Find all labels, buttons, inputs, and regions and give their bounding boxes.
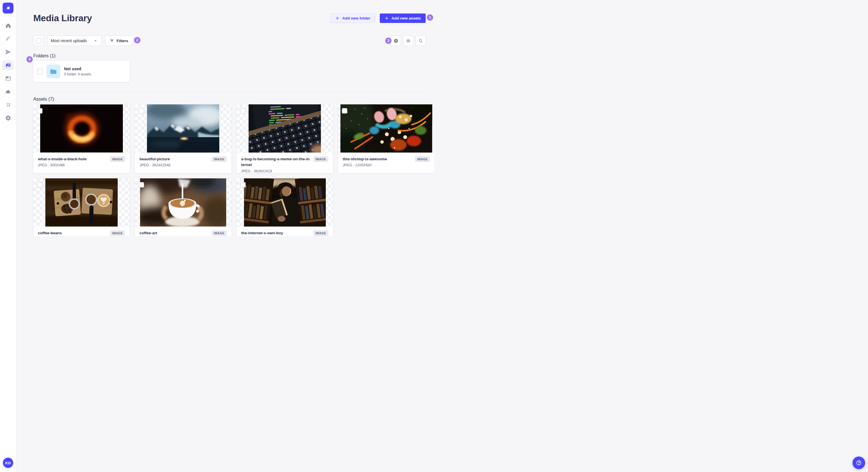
- select-all-button[interactable]: [33, 36, 43, 46]
- asset-title: the-internet-s-own-boy: [241, 230, 310, 236]
- asset-type-badge: IMAGE: [313, 156, 329, 162]
- asset-checkbox[interactable]: [240, 108, 246, 113]
- asset-card-coffee-beans[interactable]: coffee-beans JPEG - 5021X3347 IMAGE: [33, 178, 130, 236]
- asset-thumbnail: [33, 178, 130, 227]
- asset-type-badge: IMAGE: [110, 156, 125, 162]
- asset-type-badge: IMAGE: [313, 230, 329, 236]
- asset-thumbnail: [33, 104, 130, 153]
- annotation-badge-2: 2: [134, 37, 141, 43]
- asset-checkbox[interactable]: [240, 182, 246, 188]
- cart-icon: [5, 102, 11, 108]
- asset-type-badge: IMAGE: [212, 230, 227, 236]
- add-new-assets-button[interactable]: Add new assets: [380, 13, 426, 23]
- asset-title: this-shrimp-is-awesome: [343, 156, 412, 162]
- sort-select-value: Most recent uploads: [51, 38, 87, 43]
- filters-button[interactable]: Filters: [105, 36, 133, 46]
- laptop-code-image: [249, 104, 321, 153]
- logo-container: [0, 0, 16, 16]
- add-new-folder-button[interactable]: Add new folder: [330, 13, 375, 23]
- sidebar-item-content-manager[interactable]: [2, 34, 14, 44]
- folder-card[interactable]: Not used 0 folder, 4 assets: [33, 61, 130, 82]
- asset-card-black-hole[interactable]: what-s-inside-a-black-hole JPEG - 800X46…: [33, 104, 130, 173]
- plus-icon: [335, 16, 340, 20]
- asset-checkbox[interactable]: [342, 108, 347, 113]
- search-button[interactable]: [415, 36, 426, 46]
- asset-checkbox[interactable]: [138, 108, 144, 113]
- view-controls: [391, 36, 426, 46]
- asset-info: coffee-beans JPEG - 5021X3347 IMAGE: [33, 227, 130, 236]
- list-view-button[interactable]: [403, 36, 413, 46]
- annotation-badge-4: 4: [26, 56, 33, 63]
- asset-checkbox[interactable]: [37, 182, 42, 188]
- folder-checkbox[interactable]: [37, 69, 43, 74]
- asset-thumbnail: [135, 104, 231, 153]
- asset-type-badge: IMAGE: [415, 156, 430, 162]
- toolbar: Most recent uploads Filters: [33, 36, 426, 46]
- sidebar: KD: [0, 0, 17, 236]
- asset-type-badge: IMAGE: [110, 230, 125, 236]
- asset-thumbnail: [237, 104, 333, 153]
- layout-icon: [5, 75, 11, 81]
- sidebar-item-marketplace[interactable]: [2, 100, 14, 110]
- folder-texts: Not used 0 folder, 4 assets: [64, 67, 91, 76]
- sidebar-item-settings[interactable]: [2, 113, 14, 123]
- sort-select[interactable]: Most recent uploads: [47, 36, 102, 46]
- assets-grid-row-1: what-s-inside-a-black-hole JPEG - 800X46…: [33, 104, 426, 173]
- mantis-shrimp-image: [340, 104, 432, 153]
- media-library-icon: [5, 62, 11, 68]
- coffee-beans-image: [45, 178, 118, 227]
- settings-icon: [394, 38, 398, 43]
- asset-checkbox[interactable]: [37, 108, 42, 113]
- asset-thumbnail: [338, 104, 434, 153]
- asset-thumbnail: [135, 178, 231, 227]
- section-divider: [33, 91, 426, 92]
- grid-settings-button[interactable]: [391, 36, 401, 46]
- paper-plane-icon: [5, 49, 11, 55]
- strapi-logo[interactable]: [3, 3, 13, 13]
- search-icon: [418, 38, 423, 43]
- asset-card-coffee-art[interactable]: coffee-art JPEG - 5824X3259 IMAGE: [135, 178, 231, 236]
- sidebar-nav: [2, 20, 14, 123]
- asset-card-bug-meme[interactable]: a-bug-is-becoming-a-meme-on-the-internet…: [237, 104, 333, 173]
- assets-heading: Assets (7): [33, 97, 426, 102]
- sidebar-item-home[interactable]: [2, 20, 14, 31]
- add-new-assets-label: Add new assets: [392, 16, 421, 20]
- settings-icon: [5, 115, 11, 121]
- asset-card-beautiful-picture[interactable]: beautiful-picture JPEG - 3824X2548 IMAGE: [135, 104, 231, 173]
- asset-meta: JPEG - 3824X2548: [140, 163, 209, 167]
- asset-title: beautiful-picture: [140, 156, 209, 162]
- library-portrait-image: [244, 178, 326, 227]
- folder-subtitle: 0 folder, 4 assets: [64, 72, 91, 76]
- filter-icon: [110, 38, 114, 43]
- folder-title: Not used: [64, 67, 91, 71]
- asset-card-shrimp[interactable]: this-shrimp-is-awesome JPEG - 1200X630 I…: [338, 104, 434, 173]
- chevron-down-icon: [93, 38, 98, 43]
- latte-art-image: [140, 178, 226, 227]
- feather-icon: [5, 36, 11, 42]
- asset-title: a-bug-is-becoming-a-meme-on-the-internet: [241, 156, 310, 168]
- asset-checkbox[interactable]: [138, 182, 144, 188]
- main-content: Media Library Add new folder Add new ass…: [17, 0, 434, 236]
- list-icon: [406, 38, 411, 43]
- page-header: Media Library Add new folder Add new ass…: [33, 13, 426, 24]
- asset-type-badge: IMAGE: [212, 156, 227, 162]
- sidebar-item-content-type-builder[interactable]: [2, 73, 14, 83]
- asset-info: this-shrimp-is-awesome JPEG - 1200X630 I…: [338, 153, 434, 167]
- asset-title: what-s-inside-a-black-hole: [38, 156, 107, 162]
- asset-meta: JPEG - 800X466: [38, 163, 107, 167]
- assets-grid-row-2: coffee-beans JPEG - 5021X3347 IMAGE: [33, 178, 426, 236]
- asset-meta: JPEG - 3628X2419: [241, 169, 310, 173]
- asset-title: coffee-art: [140, 230, 209, 236]
- mountains-image: [147, 104, 219, 153]
- annotation-badge-1: 1: [427, 14, 433, 21]
- grid-empty-cell: [338, 178, 434, 236]
- sidebar-item-deploy[interactable]: [2, 86, 14, 97]
- header-actions: Add new folder Add new assets: [330, 13, 426, 23]
- sidebar-item-releases[interactable]: [2, 47, 14, 57]
- asset-thumbnail: [237, 178, 333, 227]
- folder-icon: [50, 68, 57, 75]
- asset-card-internet-boy[interactable]: the-internet-s-own-boy JPEG - 1200X707 I…: [237, 178, 333, 236]
- sidebar-item-media-library[interactable]: [2, 60, 14, 70]
- asset-info: what-s-inside-a-black-hole JPEG - 800X46…: [33, 153, 130, 167]
- select-all-checkbox[interactable]: [36, 38, 41, 43]
